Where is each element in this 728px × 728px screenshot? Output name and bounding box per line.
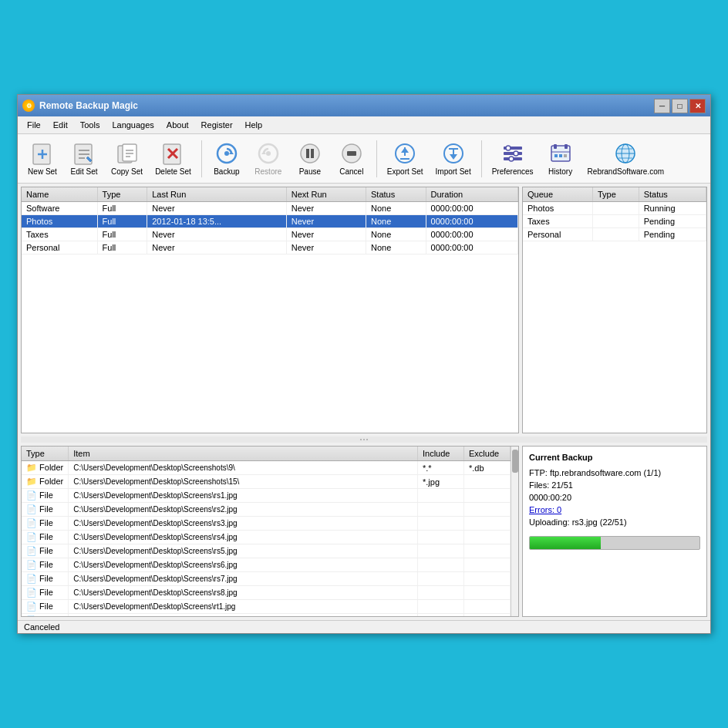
cell-duration: 0000:00:00 [426, 228, 517, 241]
edit-set-button[interactable]: Edit Set [64, 137, 104, 180]
menu-register[interactable]: Register [195, 118, 239, 132]
file-list-row[interactable]: 📄 File C:\Users\Development\Desktop\Scre… [22, 558, 511, 572]
col-type[interactable]: Type [97, 187, 147, 202]
menu-edit[interactable]: Edit [47, 118, 74, 132]
files-scrollbar[interactable] [511, 447, 518, 616]
current-backup-files: Files: 21/51 [529, 480, 700, 490]
col-last-run[interactable]: Last Run [147, 187, 287, 202]
current-backup-panel: Current Backup FTP: ftp.rebrandsoftware.… [522, 446, 707, 617]
menu-about[interactable]: About [160, 118, 195, 132]
queue-table: Queue Type Status Photos Running Taxes P… [523, 187, 706, 241]
file-list-row[interactable]: 📄 File C:\Users\Development\Desktop\Scre… [22, 600, 511, 614]
backup-list-row[interactable]: Photos Full 2012-01-18 13:5... Never Non… [22, 215, 518, 228]
col-queue[interactable]: Queue [523, 187, 592, 202]
cell-file-exclude [464, 531, 511, 544]
maximize-button[interactable]: □ [672, 99, 688, 113]
files-scroll[interactable]: Type Item Include Exclude 📁 Folder C:\Us… [22, 447, 518, 616]
col-file-item[interactable]: Item [69, 447, 418, 461]
menu-bar: File Edit Tools Languages About Register… [18, 116, 710, 134]
cell-queue-status: Pending [639, 215, 706, 228]
cell-file-item: C:\Users\Development\Desktop\Screenshots… [69, 475, 418, 489]
col-queue-type[interactable]: Type [592, 187, 639, 202]
history-button[interactable]: History [541, 137, 581, 180]
col-next-run[interactable]: Next Run [286, 187, 366, 202]
close-button[interactable]: ✕ [689, 99, 706, 113]
main-content: Name Type Last Run Next Run Status Durat… [18, 184, 710, 620]
cell-file-type: 📁 Folder [22, 475, 69, 489]
col-duration[interactable]: Duration [426, 187, 517, 202]
svg-rect-9 [123, 144, 136, 161]
minimize-button[interactable]: ─ [654, 99, 670, 113]
pause-button[interactable]: Pause [290, 137, 330, 180]
file-list-row[interactable]: 📄 File C:\Users\Development\Desktop\Scre… [22, 531, 511, 544]
backup-button[interactable]: Backup [207, 137, 247, 180]
delete-set-button[interactable]: Delete Set [150, 137, 197, 180]
cell-file-item: C:\Users\Development\Desktop\Screens\rs7… [69, 572, 418, 586]
col-name[interactable]: Name [22, 187, 97, 202]
menu-tools[interactable]: Tools [74, 118, 106, 132]
cell-file-include [418, 489, 464, 503]
menu-help[interactable]: Help [239, 118, 269, 132]
queue-row[interactable]: Photos Running [523, 202, 706, 215]
cell-type: Full [97, 241, 147, 254]
copy-set-button[interactable]: Copy Set [106, 137, 148, 180]
file-list-row[interactable]: 📁 Folder C:\Users\Development\Desktop\Sc… [22, 461, 511, 475]
export-set-icon [393, 141, 417, 166]
col-file-type[interactable]: Type [22, 447, 69, 461]
file-list-row[interactable]: 📄 File C:\Users\Development\Desktop\Scre… [22, 586, 511, 600]
cell-file-include [418, 614, 464, 617]
queue-row[interactable]: Taxes Pending [523, 215, 706, 228]
resizer-handle[interactable] [21, 436, 707, 443]
new-set-button[interactable]: New Set [22, 137, 62, 180]
import-set-button[interactable]: Import Set [430, 137, 477, 180]
export-set-button[interactable]: Export Set [382, 137, 429, 180]
cell-file-include [418, 558, 464, 572]
backup-list-row[interactable]: Software Full Never Never None 0000:00:0… [22, 202, 518, 215]
col-file-exclude[interactable]: Exclude [464, 447, 511, 461]
queue-row[interactable]: Personal Pending [523, 228, 706, 241]
file-list-row[interactable]: 📁 Folder C:\Users\Development\Desktop\Sc… [22, 475, 511, 489]
backup-list-row[interactable]: Taxes Full Never Never None 0000:00:00 [22, 228, 518, 241]
file-list-row[interactable]: 📄 File C:\Users\Development\Desktop\Scre… [22, 503, 511, 517]
col-status[interactable]: Status [366, 187, 426, 202]
file-list-row[interactable]: 📄 File C:\Users\Development\Desktop\Scre… [22, 614, 511, 617]
copy-set-label: Copy Set [111, 167, 143, 176]
file-list-row[interactable]: 📄 File C:\Users\Development\Desktop\Scre… [22, 489, 511, 503]
delete-set-label: Delete Set [155, 167, 191, 176]
progress-bar-container [529, 536, 700, 550]
cell-type: Full [97, 228, 147, 241]
export-set-label: Export Set [387, 167, 423, 176]
cell-last-run: 2012-01-18 13:5... [147, 215, 287, 228]
pause-label: Pause [299, 167, 321, 176]
queue-scroll[interactable]: Queue Type Status Photos Running Taxes P… [523, 187, 706, 403]
cancel-button[interactable]: Cancel [332, 137, 372, 180]
cell-status: None [366, 202, 426, 215]
status-text: Canceled [24, 622, 59, 632]
cell-next-run: Never [286, 228, 366, 241]
cell-file-exclude [464, 489, 511, 503]
restore-button[interactable]: Restore [248, 137, 288, 180]
cell-file-type: 📄 File [22, 489, 69, 503]
col-file-include[interactable]: Include [418, 447, 464, 461]
rebrand-button[interactable]: RebrandSoftware.com [582, 137, 670, 180]
cell-next-run: Never [286, 241, 366, 254]
menu-file[interactable]: File [21, 118, 47, 132]
col-queue-status[interactable]: Status [639, 187, 706, 202]
file-list-row[interactable]: 📄 File C:\Users\Development\Desktop\Scre… [22, 544, 511, 558]
cell-file-item: C:\Users\Development\Desktop\Screens\rs6… [69, 558, 418, 572]
preferences-button[interactable]: Preferences [487, 137, 539, 180]
file-list-row[interactable]: 📄 File C:\Users\Development\Desktop\Scre… [22, 572, 511, 586]
current-backup-uploading: Uploading: rs3.jpg (22/51) [529, 517, 700, 527]
backup-list-scroll[interactable]: Name Type Last Run Next Run Status Durat… [22, 187, 518, 403]
cell-name: Personal [22, 241, 97, 254]
backup-list-row[interactable]: Personal Full Never Never None 0000:00:0… [22, 241, 518, 254]
cell-file-type: 📄 File [22, 614, 69, 617]
svg-rect-47 [564, 154, 567, 157]
current-backup-errors[interactable]: Errors: 0 [529, 505, 700, 514]
menu-languages[interactable]: Languages [106, 118, 160, 132]
file-list-row[interactable]: 📄 File C:\Users\Development\Desktop\Scre… [22, 517, 511, 531]
queue-panel: Queue Type Status Photos Running Taxes P… [522, 187, 707, 433]
rebrand-label: RebrandSoftware.com [588, 167, 665, 176]
cell-file-type: 📁 Folder [22, 461, 69, 475]
cell-last-run: Never [147, 228, 287, 241]
